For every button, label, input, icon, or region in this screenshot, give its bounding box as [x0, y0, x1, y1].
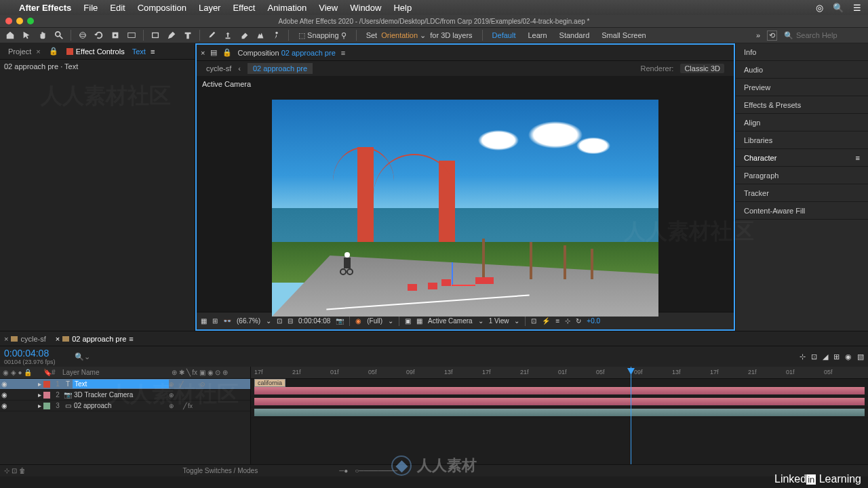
pen-tool[interactable] — [165, 29, 178, 41]
safe-zones-icon[interactable]: ⊟ — [288, 317, 293, 325]
crumb-current[interactable]: 02 approach pre — [248, 63, 313, 74]
layer-row-1[interactable]: ◉ ▸ 1 T Text ⊕ ╱ ⊙ — [0, 379, 250, 390]
layer-name[interactable]: 02 approach — [73, 402, 169, 409]
orbit-tool[interactable] — [77, 29, 89, 41]
fast-preview-icon[interactable]: ⚡ — [542, 317, 550, 325]
toggle-switches-modes[interactable]: Toggle Switches / Modes — [183, 467, 258, 474]
cam-dropdown-icon[interactable]: ⌄ — [478, 317, 484, 325]
panel-preview[interactable]: Preview — [736, 79, 868, 96]
visibility-icon[interactable]: ◉ — [0, 380, 8, 388]
pixel-aspect-icon[interactable]: ⊡ — [531, 317, 536, 325]
workspace-small-screen[interactable]: Small Screen — [597, 31, 650, 39]
label-color[interactable] — [43, 403, 50, 409]
rotate-tool[interactable] — [93, 29, 105, 41]
zoom-out-icon[interactable]: ─● — [339, 467, 348, 474]
panel-character[interactable]: Character≡ — [736, 149, 868, 167]
playhead[interactable] — [631, 367, 631, 464]
layer-row-3[interactable]: ◉ ▸ 3 ▭ 02 approach ⊕ ╱ fx — [0, 401, 250, 411]
panel-menu-icon[interactable]: ≡ — [341, 49, 345, 57]
motion-blur-icon[interactable]: ◉ — [845, 352, 852, 361]
color-mgmt-icon[interactable]: ◉ — [355, 317, 361, 325]
resolution-toggle-icon[interactable]: ⊡ — [277, 317, 282, 325]
twirl-icon[interactable]: ▸ — [38, 380, 41, 388]
search-system-icon[interactable]: 🔍 — [833, 3, 844, 13]
search-help[interactable]: 🔍 — [784, 31, 864, 40]
set-orientation[interactable]: Set Orientation ⌄ for 3D layers — [362, 31, 477, 40]
menu-view[interactable]: View — [319, 3, 338, 13]
renderer-value[interactable]: Classic 3D — [680, 64, 724, 73]
comp-viewer[interactable]: Active Camera — [197, 76, 734, 312]
workspace-overflow-icon[interactable]: » — [756, 31, 760, 39]
roi-icon[interactable]: ▣ — [405, 317, 411, 325]
brush-tool[interactable] — [205, 29, 218, 41]
menu-help[interactable]: Help — [393, 3, 412, 13]
cc-sync-icon[interactable]: ◎ — [816, 3, 823, 13]
panel-align[interactable]: Align — [736, 114, 868, 131]
clone-stamp-tool[interactable] — [222, 29, 234, 41]
timeline-tab-approach[interactable]: × 02 approach pre ≡ — [56, 335, 134, 343]
search-help-input[interactable] — [796, 31, 864, 39]
mag-dropdown-icon[interactable]: ⌄ — [266, 317, 271, 325]
type-tool[interactable] — [182, 29, 194, 41]
menu-file[interactable]: File — [83, 3, 98, 13]
time-ruler[interactable]: 17f 21f 01f 05f 09f 13f 17f 21f 01f 05f … — [251, 367, 868, 379]
panel-lock-icon[interactable]: 🔒 — [49, 47, 58, 56]
menu-layer[interactable]: Layer — [199, 3, 221, 13]
grid-toggle-icon[interactable]: ⊞ — [212, 317, 218, 325]
panel-info[interactable]: Info — [736, 43, 868, 61]
preview-time[interactable]: 0:00:04:08 — [298, 317, 330, 325]
draft-3d-icon[interactable]: ⊡ — [811, 352, 817, 361]
maximize-window-button[interactable] — [27, 18, 34, 24]
workspace-reset-icon[interactable]: ⟲ — [767, 30, 777, 41]
comp-lock-icon[interactable]: 🔒 — [222, 48, 232, 57]
panel-paragraph[interactable]: Paragraph — [736, 167, 868, 184]
transparency-icon[interactable]: ▦ — [416, 317, 422, 325]
comp-mini-flowchart-icon[interactable]: ⊹ — [800, 352, 806, 361]
timecode-display[interactable]: 0:00:04:08 00104 (23.976 fps) — [4, 348, 56, 365]
puppet-tool[interactable] — [271, 29, 283, 41]
mask-toggle-icon[interactable]: 👓 — [223, 317, 231, 325]
workspace-learn[interactable]: Learn — [524, 31, 551, 39]
selection-tool[interactable] — [20, 29, 33, 41]
alpha-toggle-icon[interactable]: ▦ — [201, 317, 207, 325]
snapping-toggle[interactable]: ⬚ Snapping ⚲ — [294, 31, 351, 40]
resolution[interactable]: (Full) — [367, 317, 382, 325]
menu-animation[interactable]: Animation — [267, 3, 307, 13]
layer-name[interactable]: 3D Tracker Camera — [73, 391, 169, 399]
magnification[interactable]: (66.7%) — [237, 317, 260, 325]
graph-editor-icon[interactable]: ▧ — [857, 352, 864, 361]
layer-row-2[interactable]: ◉ ▸ 2 📷 3D Tracker Camera ⊕ — [0, 390, 250, 401]
flowchart-icon[interactable]: ⊹ — [565, 317, 570, 325]
frame-blend-icon[interactable]: ⊞ — [833, 352, 840, 361]
twirl-icon[interactable]: ▸ — [38, 402, 41, 409]
close-window-button[interactable] — [5, 18, 12, 24]
layer-name[interactable]: Text — [73, 380, 169, 388]
label-color[interactable] — [43, 392, 50, 399]
shy-icon[interactable]: ⊹ — [4, 467, 9, 474]
close-tab-icon[interactable]: × — [201, 49, 205, 57]
menu-composition[interactable]: Composition — [138, 3, 186, 13]
eraser-tool[interactable] — [238, 29, 250, 41]
panel-tracker[interactable]: Tracker — [736, 184, 868, 202]
timeline-tab-cycle-sf[interactable]: × cycle-sf — [4, 335, 46, 343]
home-button[interactable] — [4, 29, 16, 41]
panel-content-aware-fill[interactable]: Content-Aware Fill — [736, 202, 868, 220]
minimize-window-button[interactable] — [16, 18, 23, 24]
mask-tool[interactable] — [125, 29, 138, 41]
app-name[interactable]: After Effects — [19, 3, 71, 13]
workspace-default[interactable]: Default — [488, 31, 520, 39]
workspace-standard[interactable]: Standard — [555, 31, 594, 39]
rectangle-tool[interactable] — [149, 29, 161, 41]
menu-window[interactable]: Window — [350, 3, 381, 13]
snapshot-icon[interactable]: 📷 — [336, 317, 344, 325]
search-layers-icon[interactable]: 🔍⌄ — [75, 352, 90, 361]
label-color[interactable] — [43, 381, 50, 388]
visibility-icon[interactable]: ◉ — [0, 402, 8, 409]
view-dropdown-icon[interactable]: ⌄ — [514, 317, 519, 325]
crumb-root[interactable]: cycle-sf — [206, 64, 231, 73]
tab-project[interactable]: Project× — [3, 45, 46, 58]
reset-exposure-icon[interactable]: ↻ — [576, 317, 581, 325]
res-dropdown-icon[interactable]: ⌄ — [388, 317, 393, 325]
panel-libraries[interactable]: Libraries — [736, 131, 868, 149]
shy-toggle-icon[interactable]: ◢ — [823, 352, 828, 361]
